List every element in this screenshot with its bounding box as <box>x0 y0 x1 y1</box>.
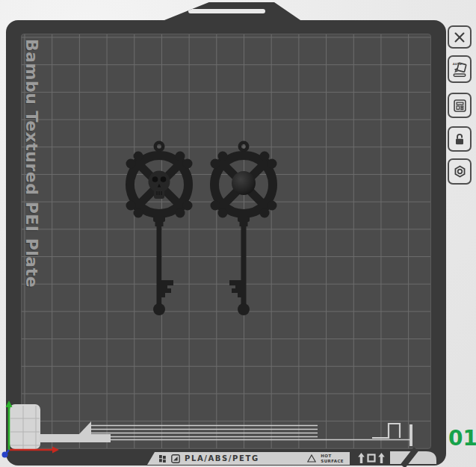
plate-settings-button[interactable] <box>448 158 472 185</box>
plate-footer-strip: PLA/ABS/PETG HOT SURFACE <box>147 452 350 465</box>
plate-handle-tab[interactable] <box>161 2 303 22</box>
plate-handle-slot <box>188 9 265 13</box>
lock-plate-button[interactable] <box>448 126 472 152</box>
viewport: Bambu Textured PEI Plate <box>0 0 476 467</box>
auto-orient-button[interactable]: AUTO <box>448 55 472 83</box>
hot-surface-label: HOT SURFACE <box>321 454 344 463</box>
plate-footer-icons <box>358 453 385 463</box>
close-x-icon <box>452 30 467 45</box>
warning-triangle-icon <box>307 454 316 463</box>
hex-nut-icon <box>452 164 468 179</box>
delete-plate-button[interactable] <box>448 25 472 49</box>
plate-number-badge: 01 <box>448 426 476 451</box>
plate-name-label: Bambu Textured PEI Plate <box>22 39 41 288</box>
padlock-open-icon <box>452 132 467 147</box>
bambu-logo-icon <box>159 455 167 463</box>
arrange-plate-button[interactable] <box>448 93 472 118</box>
spool-up-icon <box>378 453 385 463</box>
build-plate[interactable] <box>6 20 446 466</box>
materials-label: PLA/ABS/PETG <box>185 454 259 463</box>
box-icon <box>367 454 376 463</box>
auto-orient-icon: AUTO <box>451 61 468 78</box>
arrange-icon <box>452 98 468 114</box>
flip-plate-icon <box>171 454 180 463</box>
plate-grid-surface[interactable] <box>21 34 431 449</box>
spool-up-icon <box>358 453 365 463</box>
